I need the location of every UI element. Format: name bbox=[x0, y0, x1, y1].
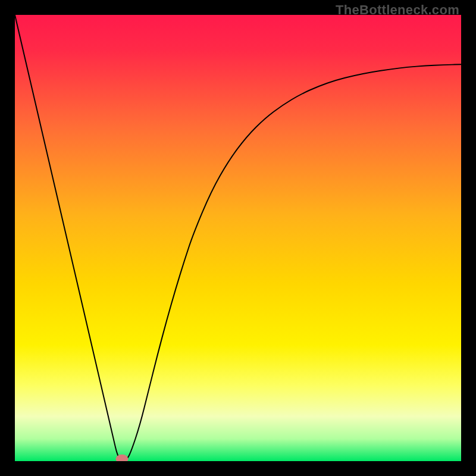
chart-frame bbox=[15, 15, 461, 461]
watermark-text: TheBottleneck.com bbox=[336, 2, 459, 18]
gradient-background bbox=[15, 15, 461, 461]
chart-svg bbox=[15, 15, 461, 461]
